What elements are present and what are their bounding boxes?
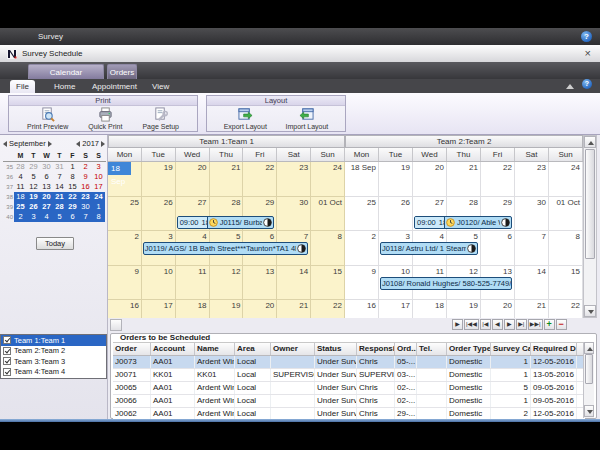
help-icon[interactable]: ? <box>581 31 592 42</box>
orders-column-header[interactable]: Survey Ca... <box>491 343 531 355</box>
calendar-day-cell[interactable]: 15 <box>311 266 345 301</box>
mini-calendar-day[interactable]: 8 <box>66 172 79 182</box>
team-filter-item[interactable]: Team 4:Team 4 <box>1 367 106 378</box>
mini-calendar-day[interactable]: 9 <box>79 172 92 182</box>
table-row[interactable]: J0073AA01Ardent Win...LocalUnder SurveyC… <box>113 356 585 369</box>
calendar-day-cell[interactable]: 21 <box>277 300 311 318</box>
mini-calendar-day[interactable]: 2 <box>79 162 92 172</box>
last-button[interactable]: ▶| <box>516 319 527 330</box>
mini-calendar-day[interactable]: 4 <box>14 172 27 182</box>
calendar-day-cell[interactable]: 16 <box>345 300 379 318</box>
mini-calendar-day[interactable]: 7 <box>79 212 92 222</box>
orders-column-header[interactable]: Order <box>113 343 151 355</box>
calendar-day-cell[interactable]: 22 <box>243 162 277 197</box>
calendar-day-cell[interactable]: 17 <box>379 300 413 318</box>
appointment[interactable]: J0118/ Astru Ltd/ 1 Steam Mill Lar <box>380 242 478 255</box>
calendar-day-cell[interactable]: 23 <box>277 162 311 197</box>
calendar-scroll-up-button[interactable] <box>584 136 596 148</box>
close-icon[interactable]: × <box>585 45 591 61</box>
calendar-day-cell[interactable]: 01 Oct <box>311 197 345 232</box>
calendar-day-cell[interactable]: 22 <box>549 300 583 318</box>
mini-calendar-day[interactable]: 11 <box>14 182 27 192</box>
calendar-day-cell[interactable]: 19 <box>142 162 176 197</box>
mini-calendar-day[interactable]: 1 <box>92 202 105 212</box>
mini-calendar-day[interactable]: 13 <box>40 182 53 192</box>
calendar-scrollbar[interactable] <box>583 135 597 318</box>
orders-scrollbar[interactable] <box>583 342 594 418</box>
calendar-day-cell[interactable]: 22 <box>311 300 345 318</box>
calendar-day-cell[interactable]: 24 <box>311 162 345 197</box>
orders-column-header[interactable]: Owner <box>271 343 315 355</box>
next-month-icon[interactable] <box>48 141 52 147</box>
mini-calendar-day[interactable]: 14 <box>53 182 66 192</box>
calendar-day-cell[interactable]: 14 <box>277 266 311 301</box>
page-setup-button[interactable]: Page Setup <box>140 107 181 130</box>
table-row[interactable]: J0065AA01Ardent Win...LocalUnder SurveyC… <box>113 382 585 395</box>
last-page-button[interactable]: ▶▶| <box>528 319 543 330</box>
mini-calendar-day[interactable]: 3 <box>92 162 105 172</box>
today-button[interactable]: Today <box>36 237 74 250</box>
mini-calendar-day[interactable]: 1 <box>66 162 79 172</box>
ribbon-tab-appointment[interactable]: Appointment <box>86 80 143 93</box>
team-filter-item[interactable]: Team 1:Team 1 <box>1 335 106 346</box>
mini-calendar-day[interactable]: 22 <box>66 192 79 202</box>
mini-calendar-day[interactable]: 18 <box>14 192 27 202</box>
calendar-day-cell[interactable]: 2 <box>108 231 142 266</box>
quick-print-button[interactable]: Quick Print <box>86 107 124 130</box>
next-button[interactable]: ▶ <box>504 319 515 330</box>
calendar-day-cell[interactable]: 13 <box>243 266 277 301</box>
appointment[interactable]: J0119/ AGS/ 1B Bath Street***Taunton*TA1… <box>143 242 308 255</box>
team-checkbox-icon[interactable] <box>3 368 11 376</box>
mini-calendar-day[interactable]: 28 <box>14 162 27 172</box>
orders-scroll-thumb[interactable] <box>585 354 593 384</box>
mini-calendar-day[interactable]: 30 <box>40 162 53 172</box>
calendar-day-cell[interactable]: 18 Sep <box>108 162 142 197</box>
calendar-scroll-left-button[interactable] <box>110 319 122 331</box>
calendar-day-cell[interactable]: 10 <box>142 266 176 301</box>
calendar-day-cell[interactable]: 17 <box>142 300 176 318</box>
first-button[interactable]: |◀ <box>480 319 491 330</box>
import-layout-button[interactable]: Import Layout <box>284 107 331 130</box>
prev-month-icon[interactable] <box>3 141 7 147</box>
orders-column-header[interactable]: Tel. <box>417 343 447 355</box>
add-button[interactable]: + <box>544 319 555 330</box>
export-layout-button[interactable]: Export Layout <box>222 107 269 130</box>
calendar-day-cell[interactable]: 23 <box>515 162 549 197</box>
orders-scroll-up-button[interactable] <box>584 342 594 354</box>
team-checkbox-icon[interactable] <box>3 357 11 365</box>
calendar-day-cell[interactable]: 18 <box>176 300 210 318</box>
calendar-day-cell[interactable]: 16 <box>108 300 142 318</box>
mini-calendar-day[interactable]: 6 <box>66 212 79 222</box>
first-page-button[interactable]: |◀◀ <box>464 319 479 330</box>
mini-calendar-day[interactable]: 23 <box>79 192 92 202</box>
mini-calendar-day[interactable]: 5 <box>27 172 40 182</box>
mini-calendar-day[interactable]: 5 <box>53 212 66 222</box>
team-filter-item[interactable]: Team 3:Team 3 <box>1 356 106 367</box>
mini-calendar-day[interactable]: 21 <box>53 192 66 202</box>
orders-column-header[interactable]: Status <box>315 343 357 355</box>
mini-calendar-day[interactable]: 30 <box>79 202 92 212</box>
calendar-day-cell[interactable]: 26 <box>142 197 176 232</box>
orders-column-header[interactable]: Ord... <box>395 343 417 355</box>
calendar-day-cell[interactable]: 21 <box>210 162 244 197</box>
team-checkbox-icon[interactable] <box>3 336 11 344</box>
previous-button[interactable]: ◀ <box>492 319 503 330</box>
orders-column-header[interactable]: Area <box>235 343 271 355</box>
mini-calendar-day[interactable]: 25 <box>14 202 27 212</box>
mini-calendar-day[interactable]: 27 <box>40 202 53 212</box>
mini-calendar-day[interactable]: 19 <box>27 192 40 202</box>
calendar-day-cell[interactable]: 20 <box>243 300 277 318</box>
orders-column-header[interactable]: Order Type <box>447 343 491 355</box>
play-button[interactable]: ▶ <box>452 319 463 330</box>
table-row[interactable]: J0062AA01Ardent Win...LocalUnder SurveyC… <box>113 408 585 419</box>
appointment[interactable]: 09:0018:0J0120/ Able Win <box>414 216 512 229</box>
table-row[interactable]: J0066AA01Ardent Win...LocalUnder SurveyC… <box>113 395 585 408</box>
ribbon-tab-view[interactable]: View <box>146 80 175 93</box>
calendar-day-cell[interactable]: 11 <box>176 266 210 301</box>
orders-column-header[interactable]: Account <box>151 343 195 355</box>
orders-scroll-down-button[interactable] <box>584 405 594 417</box>
mini-calendar-day[interactable]: 26 <box>27 202 40 212</box>
mini-calendar-day[interactable]: 31 <box>53 162 66 172</box>
ribbon-tab-file[interactable]: File <box>10 80 35 93</box>
team-checkbox-icon[interactable] <box>3 347 11 355</box>
